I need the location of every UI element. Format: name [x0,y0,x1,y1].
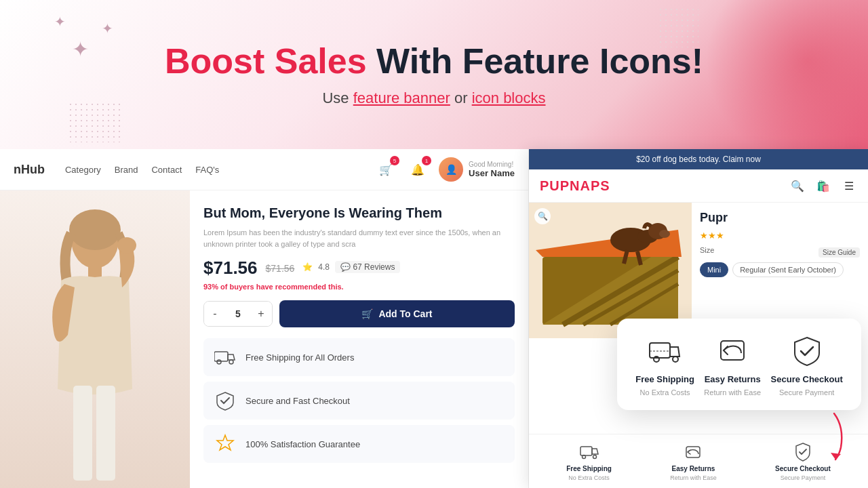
feature-item-satisfaction: 100% Satisfaction Guarantee [203,425,515,463]
product-image-area [0,190,190,488]
right-mockup: $20 off dog beds today. Claim now PUPNAP… [529,149,868,488]
hero-subtitle: Use feature banner or icon blocks [322,89,545,107]
svg-rect-28 [580,447,592,455]
username-text: User Name [469,168,515,178]
pet-cart-icon[interactable]: 🛍️ [815,178,831,194]
svg-point-29 [582,455,585,459]
subtitle-middle: or [454,89,472,106]
product-image-svg [20,199,170,484]
pet-store-logo: PUPNAPS [540,178,789,194]
bottom-returns-title: Easy Returns [672,465,715,472]
bell-badge: 1 [422,156,431,165]
add-to-cart-button[interactable]: 🛒 Add To Cart [279,300,515,327]
svg-point-20 [659,230,670,238]
cart-icon-btn[interactable]: 🛒 5 [375,159,397,180]
popup-checkout-sub: Secure Payment [779,388,834,396]
rating-area: ⭐ 4.8 💬 67 Reviews [302,261,400,273]
bell-icon: 🔔 [411,163,425,176]
left-mockup: nHub Category Brand Contact FAQ's 🛒 5 🔔 … [0,149,529,488]
feature-item-shipping: Free Shipping for All Orders [203,338,515,376]
main-content: nHub Category Brand Contact FAQ's 🛒 5 🔔 … [0,149,868,488]
hero-title-accent: Boost Sales [165,41,367,81]
popup-returns-title: Easy Returns [705,374,761,384]
hero-title-dark: With Feature Icons! [376,41,703,81]
star-decoration-1: ✦ [54,14,66,30]
bottom-returns-icon [682,441,704,463]
recommend-label: of buyers have recommended this. [220,283,344,291]
size-mini-button[interactable]: Mini [700,262,728,277]
reviews-link[interactable]: 💬 67 Reviews [335,261,400,273]
pet-product-area: 🔍 [529,203,868,338]
rating-stars: ⭐ [302,262,313,272]
icon-blocks-link[interactable]: icon blocks [472,89,546,106]
bell-icon-btn[interactable]: 🔔 1 [407,159,429,180]
feature-banner: Free Shipping for All Orders Secure and … [203,338,515,463]
svg-point-3 [117,237,136,253]
satisfaction-icon [213,432,237,456]
quantity-control: - 5 + [203,301,273,327]
pet-product-name: Pupr [700,211,860,225]
popup-feature-shipping: Free Shipping No Extra Costs [635,332,694,396]
user-info: Good Morning! User Name [469,161,515,178]
nav-link-faqs[interactable]: FAQ's [195,165,219,175]
pet-product-stars: ★★★ [700,230,860,241]
qty-decrease-button[interactable]: - [204,302,226,326]
promo-bar[interactable]: $20 off dog beds today. Claim now [529,149,868,169]
product-original-price: $71.56 [266,263,295,274]
rating-number: 4.8 [318,262,330,272]
checkout-icon [213,388,237,413]
pet-product-info: Pupr ★★★ Size Size Guide Mini Regular (S… [692,203,868,338]
size-guide-link[interactable]: Size Guide [818,247,860,258]
product-description: Lorem Ipsum has been the industry's stan… [203,227,515,249]
dot-grid-decoration [68,102,122,142]
pet-nav-icons: 🔍 🛍️ ☰ [789,178,857,194]
size-label: Size [700,246,714,254]
popup-checkout-title: Secure Checkout [771,374,843,384]
cart-btn-icon: 🛒 [361,308,373,319]
svg-point-25 [673,357,678,362]
pet-product-image: 🔍 [529,203,692,338]
cart-badge: 5 [390,156,399,165]
nav-link-contact[interactable]: Contact [151,165,182,175]
popup-checkout-icon [788,332,826,370]
feature-banner-link[interactable]: feature banner [353,89,450,106]
nav-link-brand[interactable]: Brand [115,165,138,175]
subtitle-prefix: Use [322,89,353,106]
popup-shipping-icon [646,332,684,370]
bottom-shipping-sub: No Extra Costs [568,474,610,481]
svg-rect-23 [650,343,670,358]
bottom-feature-returns: Easy Returns Return with Ease [670,441,717,481]
svg-point-7 [217,360,221,364]
pet-navbar: PUPNAPS 🔍 🛍️ ☰ [529,169,868,203]
nav-icons: 🛒 5 🔔 1 👤 Good Morning! User Name [375,157,515,182]
qty-increase-button[interactable]: + [250,302,272,326]
feature-item-checkout: Secure and Fast Checkout [203,382,515,420]
nav-link-category[interactable]: Category [65,165,101,175]
star-decoration-2: ✦ [72,37,90,61]
popup-shipping-sub: No Extra Costs [640,388,690,396]
feature-popup-card: Free Shipping No Extra Costs Easy Return… [617,319,861,410]
size-options: Mini Regular (Sent Early October) [700,262,860,277]
popup-feature-checkout: Secure Checkout Secure Payment [771,332,843,396]
product-area: But Mom, Everyone Is Wearing Them Lorem … [0,190,528,488]
feature-label-shipping: Free Shipping for All Orders [245,352,354,363]
user-avatar-area[interactable]: 👤 Good Morning! User Name [439,157,515,182]
bottom-shipping-icon [578,441,600,463]
quantity-value: 5 [226,302,250,326]
cart-btn-label: Add To Cart [378,308,432,319]
pet-search-icon[interactable]: 🔍 [789,178,806,194]
recommend-percent: 93% [203,283,218,291]
zoom-button[interactable]: 🔍 [534,208,551,224]
pet-menu-icon[interactable]: ☰ [841,178,857,194]
shipping-icon [213,345,237,369]
product-details: But Mom, Everyone Is Wearing Them Lorem … [190,190,528,488]
hero-title: Boost Sales With Feature Icons! [165,42,703,81]
bottom-shipping-title: Free Shipping [566,465,612,472]
size-regular-button[interactable]: Regular (Sent Early October) [732,262,844,277]
svg-point-1 [69,209,121,250]
recommend-text: 93% of buyers have recommended this. [203,283,515,291]
bottom-returns-sub: Return with Ease [670,474,717,481]
nav-logo: nHub [14,163,45,177]
feature-label-satisfaction: 100% Satisfaction Guarantee [245,439,360,449]
svg-point-30 [593,455,596,459]
